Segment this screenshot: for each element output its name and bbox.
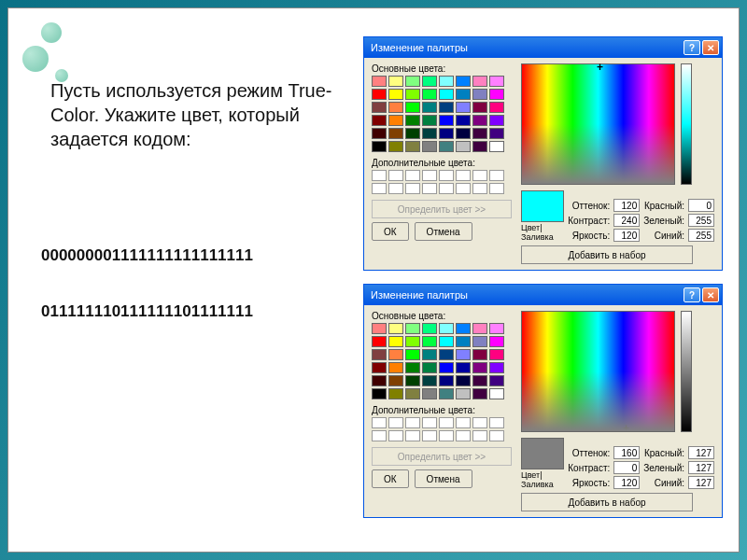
- color-swatch[interactable]: [472, 388, 487, 399]
- color-swatch[interactable]: [439, 89, 454, 100]
- lum-input[interactable]: [613, 229, 640, 242]
- color-swatch[interactable]: [456, 336, 471, 347]
- color-swatch[interactable]: [388, 141, 403, 152]
- color-swatch[interactable]: [439, 336, 454, 347]
- color-swatch[interactable]: [439, 102, 454, 113]
- ok-button[interactable]: ОК: [372, 222, 409, 241]
- color-swatch[interactable]: [422, 102, 437, 113]
- color-swatch[interactable]: [456, 375, 471, 386]
- sat-input[interactable]: [613, 214, 640, 227]
- red-input[interactable]: [688, 199, 714, 212]
- color-swatch[interactable]: [439, 388, 454, 399]
- hue-input[interactable]: [613, 199, 640, 212]
- color-swatch[interactable]: [489, 115, 504, 126]
- color-swatch[interactable]: [372, 336, 387, 347]
- color-swatch[interactable]: [439, 323, 454, 334]
- color-swatch[interactable]: [439, 76, 454, 87]
- luminance-slider[interactable]: [681, 63, 692, 185]
- color-swatch[interactable]: [489, 141, 504, 152]
- color-swatch[interactable]: [405, 336, 420, 347]
- color-swatch[interactable]: [372, 128, 387, 139]
- color-swatch[interactable]: [405, 128, 420, 139]
- color-swatch[interactable]: [489, 323, 504, 334]
- color-swatch[interactable]: [489, 336, 504, 347]
- color-swatch[interactable]: [489, 89, 504, 100]
- blue-input[interactable]: [688, 229, 714, 242]
- color-swatch[interactable]: [388, 388, 403, 399]
- color-swatch[interactable]: [405, 141, 420, 152]
- color-swatch[interactable]: [422, 349, 437, 360]
- blue-input[interactable]: [688, 476, 714, 489]
- close-button[interactable]: ✕: [702, 40, 719, 55]
- ok-button[interactable]: ОК: [372, 469, 409, 488]
- color-swatch[interactable]: [422, 323, 437, 334]
- color-swatch[interactable]: [456, 128, 471, 139]
- color-swatch[interactable]: [456, 115, 471, 126]
- color-swatch[interactable]: [388, 323, 403, 334]
- color-swatch[interactable]: [439, 141, 454, 152]
- color-swatch[interactable]: [489, 128, 504, 139]
- color-swatch[interactable]: [489, 375, 504, 386]
- color-swatch[interactable]: [472, 141, 487, 152]
- color-swatch[interactable]: [422, 141, 437, 152]
- color-swatch[interactable]: [405, 375, 420, 386]
- color-swatch[interactable]: [405, 89, 420, 100]
- color-swatch[interactable]: [489, 388, 504, 399]
- color-swatch[interactable]: [405, 349, 420, 360]
- color-swatch[interactable]: [372, 115, 387, 126]
- color-swatch[interactable]: [489, 102, 504, 113]
- color-swatch[interactable]: [439, 349, 454, 360]
- cancel-button[interactable]: Отмена: [415, 222, 472, 241]
- color-swatch[interactable]: [472, 115, 487, 126]
- color-swatch[interactable]: [456, 76, 471, 87]
- add-to-custom-button[interactable]: Добавить в набор: [521, 493, 693, 511]
- color-swatch[interactable]: [422, 336, 437, 347]
- color-swatch[interactable]: [372, 375, 387, 386]
- color-swatch[interactable]: [372, 362, 387, 373]
- titlebar[interactable]: Изменение палитры ? ✕: [364, 285, 722, 305]
- luminance-slider[interactable]: [681, 311, 692, 432]
- color-swatch[interactable]: [439, 128, 454, 139]
- color-gradient[interactable]: +: [521, 311, 675, 432]
- red-input[interactable]: [688, 446, 714, 459]
- color-swatch[interactable]: [372, 76, 387, 87]
- color-swatch[interactable]: [372, 89, 387, 100]
- color-swatch[interactable]: [456, 388, 471, 399]
- color-swatch[interactable]: [422, 362, 437, 373]
- color-swatch[interactable]: [456, 141, 471, 152]
- color-swatch[interactable]: [439, 375, 454, 386]
- color-swatch[interactable]: [405, 362, 420, 373]
- color-swatch[interactable]: [422, 89, 437, 100]
- titlebar[interactable]: Изменение палитры ? ✕: [364, 37, 722, 58]
- color-swatch[interactable]: [422, 115, 437, 126]
- help-button[interactable]: ?: [684, 40, 700, 55]
- cancel-button[interactable]: Отмена: [415, 469, 472, 488]
- color-swatch[interactable]: [405, 115, 420, 126]
- green-input[interactable]: [688, 214, 714, 227]
- color-swatch[interactable]: [472, 76, 487, 87]
- color-swatch[interactable]: [372, 388, 387, 399]
- color-swatch[interactable]: [472, 375, 487, 386]
- color-swatch[interactable]: [372, 141, 387, 152]
- color-swatch[interactable]: [422, 375, 437, 386]
- color-swatch[interactable]: [388, 362, 403, 373]
- color-swatch[interactable]: [472, 323, 487, 334]
- color-swatch[interactable]: [456, 102, 471, 113]
- color-swatch[interactable]: [472, 128, 487, 139]
- color-swatch[interactable]: [405, 388, 420, 399]
- color-swatch[interactable]: [372, 102, 387, 113]
- color-gradient[interactable]: +: [521, 63, 675, 185]
- color-swatch[interactable]: [388, 128, 403, 139]
- color-swatch[interactable]: [489, 362, 504, 373]
- color-swatch[interactable]: [472, 349, 487, 360]
- color-swatch[interactable]: [388, 336, 403, 347]
- color-swatch[interactable]: [405, 102, 420, 113]
- color-swatch[interactable]: [388, 76, 403, 87]
- help-button[interactable]: ?: [684, 287, 700, 302]
- color-swatch[interactable]: [388, 89, 403, 100]
- lum-input[interactable]: [613, 476, 640, 489]
- color-swatch[interactable]: [372, 323, 387, 334]
- color-swatch[interactable]: [388, 375, 403, 386]
- color-swatch[interactable]: [472, 336, 487, 347]
- color-swatch[interactable]: [456, 323, 471, 334]
